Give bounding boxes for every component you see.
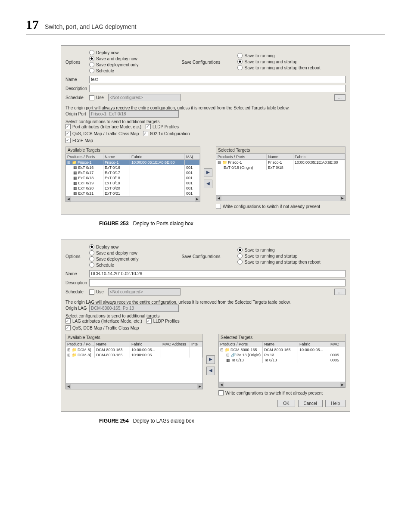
h-scrollbar[interactable]: ◄► [216, 195, 345, 201]
figure-254-caption: FIGURE 254Deploy to LAGs dialog box [99, 418, 385, 424]
schedule-value: <Not configured> [108, 288, 181, 296]
select-conf-label: Select configurations to send to additio… [65, 119, 346, 124]
table-row[interactable]: ⊟ 📁 Frisco-1 Frisco-1 10:00:00:05:1E:A0:… [66, 160, 200, 165]
radio-save-to-running-startup-reboot[interactable]: Save to running and startup then reboot [237, 259, 320, 264]
description-label: Description [65, 280, 89, 285]
options-label: Options [65, 60, 89, 65]
origin-note: The origin LAG will always receive the e… [65, 300, 346, 305]
chapter-title: Switch, port, and LAG deployment [45, 23, 136, 30]
write-configurations-check[interactable]: Write configurations to switch if not al… [216, 204, 320, 209]
select-conf-label: Select configurations to send to additio… [65, 314, 346, 318]
radio-deploy-now[interactable]: Deploy now [89, 50, 118, 55]
schedule-browse-button[interactable]: ... [334, 289, 346, 295]
selected-targets-label: Selected Targets [216, 146, 346, 154]
name-input[interactable]: DCB-10-14-2010-02-10-26 [89, 270, 346, 277]
move-right-button[interactable]: ▶ [204, 168, 212, 177]
table-row[interactable]: ⊟ 📁 DCM-8000-165 DCM-8000-165 10:00:00:0… [219, 347, 345, 352]
h-scrollbar[interactable]: ◄► [66, 383, 202, 389]
table-row[interactable]: ⊟ 🔗 Po 13 (Origin)Po 130005 [219, 352, 345, 358]
name-label: Name [65, 77, 89, 82]
description-input[interactable] [89, 85, 346, 92]
check-lldp-profiles[interactable]: LLDP Profiles [146, 318, 180, 324]
chapter-number: 17 [26, 17, 39, 32]
radio-save-to-running-startup-reboot[interactable]: Save to running and startup then reboot [237, 65, 320, 70]
cancel-button[interactable]: Cancel [298, 400, 323, 407]
schedule-label: Schedule [65, 289, 89, 294]
table-row[interactable]: ⊟ 📁 Frisco-1 Frisco-1 10:00:00:05:1E:A0:… [216, 160, 345, 165]
origin-note: The origin port will always receive the … [65, 106, 346, 110]
save-conf-label: Save Configurations [181, 254, 220, 259]
radio-schedule[interactable]: Schedule [89, 262, 114, 268]
ok-button[interactable]: OK [277, 400, 295, 407]
figure-253-caption: FIGURE 253Deploy to Ports dialog box [99, 221, 385, 227]
help-button[interactable]: Help [325, 400, 346, 407]
radio-save-to-running[interactable]: Save to running [237, 53, 274, 58]
radio-save-deployment-only[interactable]: Save deployment only [89, 62, 138, 67]
available-targets-label: Available Targets [65, 334, 203, 341]
schedule-browse-button[interactable]: ... [334, 94, 346, 101]
options-label: Options [65, 254, 89, 259]
radio-deploy-now[interactable]: Deploy now [89, 244, 118, 249]
check-8021x[interactable]: 802.1x Configuration [143, 131, 190, 136]
radio-save-to-running-and-startup[interactable]: Save to running and startup [237, 59, 297, 64]
radio-schedule[interactable]: Schedule [89, 68, 114, 73]
check-qos-dcb-map[interactable]: QoS, DCB Map / Traffic Class Map [65, 325, 139, 330]
available-targets-label: Available Targets [65, 146, 200, 154]
check-qos-dcb-map[interactable]: QoS, DCB Map / Traffic Class Map [65, 131, 139, 136]
check-lag-attributes[interactable]: LAG attributes (Interface Mode, etc.) [65, 318, 142, 324]
available-targets-table[interactable]: Products / Po... Name Fabric MAC Address… [65, 341, 203, 389]
check-port-attributes[interactable]: Port attributes (Interface Mode, etc.) [65, 124, 141, 129]
deploy-to-ports-dialog: Options Deploy now Save and deploy now S… [61, 45, 350, 215]
save-conf-label: Save Configurations [181, 60, 220, 65]
schedule-use-check[interactable]: Use [89, 289, 104, 295]
table-row[interactable]: ▦ ExT 0/20ExT 0/20001 [66, 186, 200, 191]
origin-lag-value: DCM-8000-165, Po 13 [89, 305, 179, 312]
radio-save-to-running[interactable]: Save to running [237, 247, 274, 252]
table-row[interactable]: ▦ Te 0/13Te 0/130005 [219, 358, 345, 363]
table-row[interactable]: ▦ ExT 0/17ExT 0/17001 [66, 170, 200, 175]
radio-save-deployment-only[interactable]: Save deployment only [89, 256, 138, 261]
name-input[interactable]: test [89, 76, 346, 83]
write-configurations-check[interactable]: Write configurations to switch if not al… [218, 390, 323, 395]
schedule-value: <Not configured> [108, 94, 181, 101]
table-row[interactable]: ▦ ExT 0/19ExT 0/19001 [66, 180, 200, 186]
schedule-label: Schedule [65, 95, 89, 100]
origin-port-label: Origin Port [65, 112, 89, 116]
move-left-button[interactable]: ◀ [206, 367, 215, 375]
radio-save-and-deploy[interactable]: Save and deploy now [89, 56, 137, 61]
origin-port-value: Frisco-1, ExT 0/18 [89, 110, 179, 118]
table-row[interactable]: ⊞ 📁 DCM-8(DCM-8000-16510:00:00:05... [66, 352, 202, 358]
deploy-to-lags-dialog: Options Deploy now Save and deploy now S… [61, 240, 350, 412]
name-label: Name [65, 271, 89, 276]
move-right-button[interactable]: ▶ [206, 355, 215, 364]
available-targets-table[interactable]: Products / Ports Name Fabric MA( ⊟ 📁 Fri… [65, 154, 200, 202]
radio-save-and-deploy[interactable]: Save and deploy now [89, 250, 137, 255]
page-header: 17 Switch, port, and LAG deployment [26, 17, 385, 35]
check-fcoe-map[interactable]: FCoE Map [65, 138, 93, 143]
radio-save-to-running-and-startup[interactable]: Save to running and startup [237, 253, 297, 258]
origin-lag-label: Origin LAG [65, 306, 89, 311]
schedule-use-check[interactable]: Use [89, 95, 104, 100]
selected-targets-label: Selected Targets [218, 334, 346, 341]
table-row[interactable]: ExT 0/18 (Origin) ExT 0/18 [216, 165, 345, 170]
table-row[interactable]: ▦ ExT 0/18ExT 0/18001 [66, 175, 200, 180]
table-row[interactable]: ⊞ 📁 DCM-8(DCM-8000-16310:00:00:05... [66, 347, 202, 352]
selected-targets-table[interactable]: Products / Ports Name Fabric MAC ⊟ 📁 DCM… [218, 341, 346, 388]
table-row[interactable]: ▦ ExT 0/21ExT 0/21001 [66, 191, 200, 196]
description-label: Description [65, 86, 89, 91]
selected-targets-table[interactable]: Products / Ports Name Fabric ⊟ 📁 Frisco-… [216, 154, 346, 201]
h-scrollbar[interactable]: ◄► [66, 196, 200, 202]
check-lldp-profiles[interactable]: LLDP Profiles [146, 124, 179, 129]
h-scrollbar[interactable]: ◄► [219, 382, 345, 387]
table-row[interactable]: ▦ ExT 0/16ExT 0/16001 [66, 165, 200, 170]
description-input[interactable] [89, 279, 346, 286]
move-left-button[interactable]: ◀ [204, 180, 212, 188]
